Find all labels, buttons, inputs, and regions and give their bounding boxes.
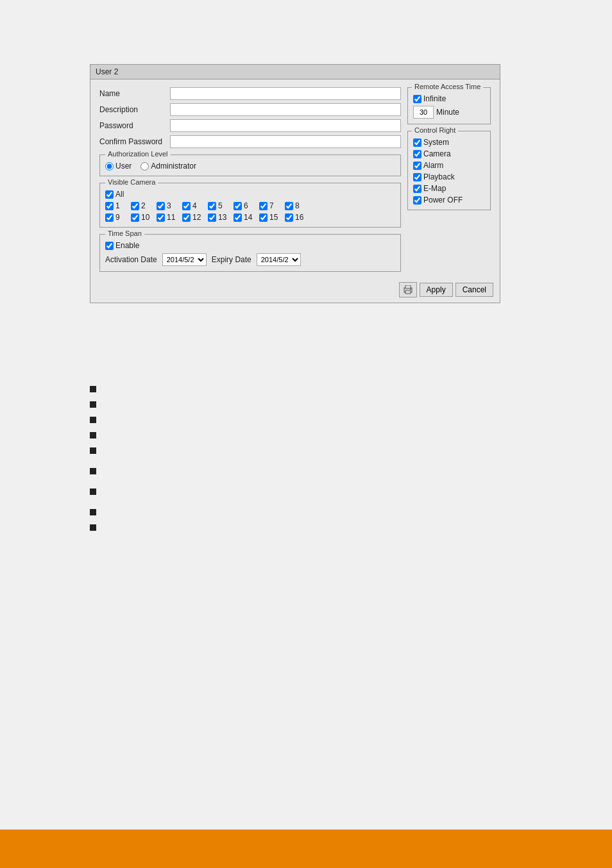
cam11-label[interactable]: 11: [157, 213, 176, 222]
cam12-text: 12: [192, 213, 201, 222]
cam2-checkbox[interactable]: [131, 202, 139, 210]
svg-point-3: [410, 288, 411, 290]
cam8-checkbox[interactable]: [285, 202, 293, 210]
cam16-label[interactable]: 16: [285, 213, 304, 222]
cam5-label[interactable]: 5: [208, 201, 227, 210]
alarm-checkbox[interactable]: [413, 162, 421, 170]
cam6-label[interactable]: 6: [234, 201, 253, 210]
bullet-list: [90, 385, 488, 538]
cam14-checkbox[interactable]: [234, 213, 242, 222]
cam13-checkbox[interactable]: [208, 213, 216, 222]
cam12-checkbox[interactable]: [182, 213, 191, 222]
minute-input[interactable]: [413, 106, 434, 119]
cam6-checkbox[interactable]: [234, 202, 242, 210]
user-radio[interactable]: [105, 162, 114, 171]
cam6-text: 6: [244, 201, 248, 210]
cam1-label[interactable]: 1: [105, 201, 124, 210]
cam10-checkbox[interactable]: [131, 213, 139, 222]
enable-label[interactable]: Enable: [105, 241, 395, 250]
cam3-label[interactable]: 3: [157, 201, 176, 210]
poweroff-checkbox[interactable]: [413, 196, 421, 204]
password-input[interactable]: [170, 119, 401, 132]
infinite-checkbox[interactable]: [413, 95, 421, 103]
cam10-text: 10: [141, 213, 149, 222]
playback-label[interactable]: Playback: [413, 172, 485, 181]
camera-all-row: All: [105, 190, 395, 199]
system-checkbox[interactable]: [413, 138, 421, 147]
cam15-text: 15: [269, 213, 278, 222]
user-radio-text: User: [115, 162, 132, 171]
authorization-legend: Authorization Level: [105, 150, 171, 158]
page-wrapper: User 2 Name Description Password: [0, 0, 612, 868]
cam13-label[interactable]: 13: [208, 213, 227, 222]
camera-row-1: 1 2 3 4 5 6 7 8: [105, 201, 395, 210]
cam9-label[interactable]: 9: [105, 213, 124, 222]
cam14-label[interactable]: 14: [234, 213, 253, 222]
button-row: Apply Cancel: [90, 278, 500, 303]
cam15-checkbox[interactable]: [259, 213, 268, 222]
cancel-button[interactable]: Cancel: [455, 283, 493, 297]
camera-grid: All 1 2 3 4 5 6 7 8: [105, 187, 395, 222]
poweroff-label[interactable]: Power OFF: [413, 196, 485, 204]
enable-checkbox[interactable]: [105, 242, 114, 250]
time-span-legend: Time Span: [105, 230, 144, 237]
emap-checkbox[interactable]: [413, 185, 421, 193]
remote-access-group: Remote Access Time Infinite Minute: [407, 87, 491, 124]
alarm-label[interactable]: Alarm: [413, 161, 485, 170]
enable-text: Enable: [115, 241, 139, 250]
admin-radio-label[interactable]: Administrator: [140, 162, 196, 171]
cam2-label[interactable]: 2: [131, 201, 150, 210]
confirm-password-row: Confirm Password: [99, 135, 401, 148]
cam16-checkbox[interactable]: [285, 213, 293, 222]
cam15-label[interactable]: 15: [259, 213, 278, 222]
bullet-square-6: [90, 468, 96, 474]
bullet-square-7: [90, 488, 96, 495]
cam10-label[interactable]: 10: [131, 213, 150, 222]
camera-all-checkbox[interactable]: [105, 190, 114, 199]
bullet-item-9: [90, 523, 488, 531]
password-label: Password: [99, 121, 170, 130]
expiry-date-label: Expiry Date: [212, 255, 251, 264]
confirm-password-input[interactable]: [170, 135, 401, 148]
user-dialog: User 2 Name Description Password: [90, 64, 500, 303]
camera-checkbox[interactable]: [413, 150, 421, 158]
cam4-label[interactable]: 4: [182, 201, 201, 210]
bullet-item-8: [90, 508, 488, 515]
camera-all-label[interactable]: All: [105, 190, 124, 199]
cam9-checkbox[interactable]: [105, 213, 114, 222]
camera-text: Camera: [423, 149, 451, 158]
cam7-text: 7: [269, 201, 274, 210]
cam1-checkbox[interactable]: [105, 202, 114, 210]
cam7-checkbox[interactable]: [259, 202, 268, 210]
user-radio-label[interactable]: User: [105, 162, 132, 171]
activation-date-label: Activation Date: [105, 255, 157, 264]
cam11-text: 11: [167, 213, 175, 222]
apply-button[interactable]: Apply: [420, 283, 453, 297]
name-label: Name: [99, 89, 170, 98]
emap-text: E-Map: [423, 184, 446, 193]
camera-label[interactable]: Camera: [413, 149, 485, 158]
cam4-text: 4: [192, 201, 197, 210]
camera-row-2: 9 10 11 12 13 14 15 16: [105, 213, 395, 222]
cam8-label[interactable]: 8: [285, 201, 304, 210]
name-input[interactable]: [170, 87, 401, 100]
cam5-checkbox[interactable]: [208, 202, 216, 210]
infinite-label[interactable]: Infinite: [413, 94, 485, 103]
cam3-checkbox[interactable]: [157, 202, 165, 210]
cam12-label[interactable]: 12: [182, 213, 201, 222]
control-right-group: Control Right System Camera Alarm: [407, 131, 491, 210]
description-input[interactable]: [170, 103, 401, 116]
cam4-checkbox[interactable]: [182, 202, 191, 210]
activation-date-select[interactable]: 2014/5/2: [162, 253, 207, 266]
print-button[interactable]: [399, 282, 417, 297]
emap-label[interactable]: E-Map: [413, 184, 485, 193]
playback-checkbox[interactable]: [413, 173, 421, 181]
admin-radio[interactable]: [140, 162, 149, 171]
system-label[interactable]: System: [413, 138, 485, 147]
alarm-text: Alarm: [423, 161, 443, 170]
cam11-checkbox[interactable]: [157, 213, 165, 222]
svg-rect-1: [405, 290, 411, 294]
cam7-label[interactable]: 7: [259, 201, 278, 210]
bullet-item-6: [90, 467, 488, 474]
expiry-date-select[interactable]: 2014/5/2: [257, 253, 301, 266]
